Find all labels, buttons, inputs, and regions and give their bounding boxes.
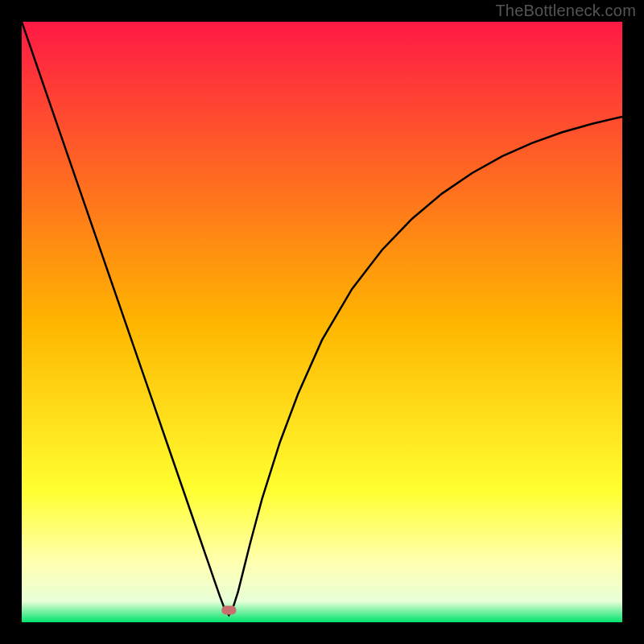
chart-background <box>22 22 622 622</box>
bottleneck-chart <box>22 22 622 622</box>
plot-area <box>22 22 622 622</box>
watermark-text: TheBottleneck.com <box>495 2 636 20</box>
optimal-point-marker <box>221 606 236 615</box>
chart-frame: TheBottleneck.com <box>0 0 644 644</box>
